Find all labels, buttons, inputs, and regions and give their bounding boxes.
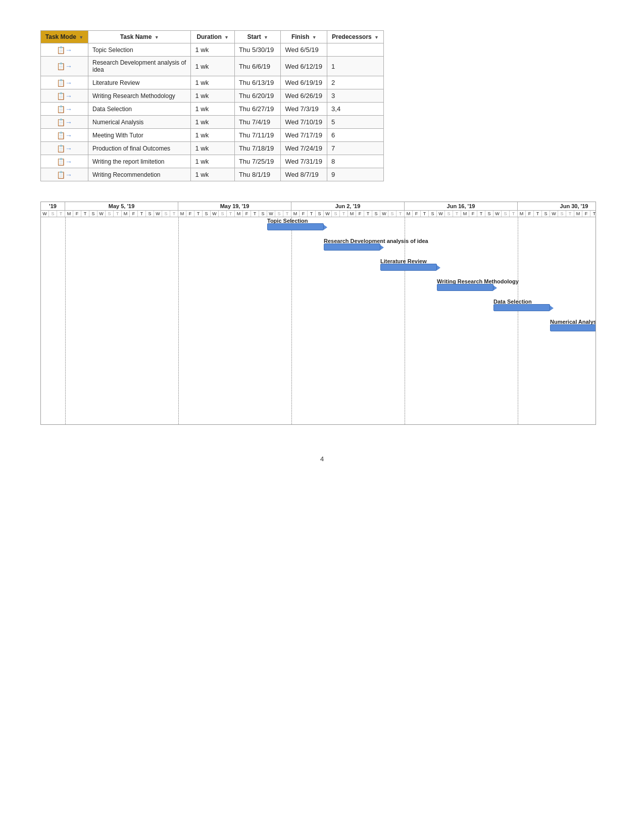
gantt-day-cell: T [421,211,429,217]
gantt-bar [380,264,437,271]
task-start-cell: Thu 6/20/19 [234,89,281,103]
task-name-cell: Numerical Analysis [88,116,190,129]
task-pred-cell: 5 [327,116,384,129]
gantt-day-cell: W [154,211,162,217]
task-name-cell: Literature Review [88,76,190,89]
gantt-day-cell: W [380,211,388,217]
task-pred-cell: 7 [327,142,384,155]
th-task-name[interactable]: Task Name ▼ [88,31,190,43]
gantt-day-cell: W [437,211,445,217]
gantt-day-cell: S [388,211,397,217]
gantt-task-row: Writing the report limitetion [41,379,596,399]
task-icon: 📋→ [57,105,72,113]
task-icon: 📋→ [57,158,72,166]
task-start-cell: Thu 7/18/19 [234,142,281,155]
task-start-cell: Thu 5/30/19 [234,43,281,57]
gantt-bar-arrow [437,265,440,270]
gantt-day-cell: T [453,211,461,217]
gantt-day-cell: S [332,211,340,217]
task-name-cell: Research Development analysis of idea [88,57,190,76]
task-name-cell: Topic Selection [88,43,190,57]
task-mode-cell: 📋→ [41,103,88,116]
task-name-cell: Writing the report limitetion [88,155,190,168]
gantt-month-cell: May 5, '19 [65,202,178,210]
task-start-cell: Thu 6/27/19 [234,103,281,116]
gantt-day-cell: T [534,211,542,217]
task-start-cell: Thu 7/25/19 [234,155,281,168]
gantt-day-cell: T [364,211,372,217]
gantt-day-cell: T [170,211,178,217]
gantt-day-cell: T [57,211,65,217]
th-finish[interactable]: Finish ▼ [281,31,327,43]
gantt-day-cell: M [178,211,186,217]
gantt-day-cell: T [308,211,316,217]
gantt-month-cell: Jun 30, '19 [518,202,596,210]
gantt-day-cell: M [461,211,469,217]
th-predecessors[interactable]: Predecessors ▼ [327,31,384,43]
th-duration-arrow: ▼ [224,35,229,40]
gantt-day-cell: W [324,211,332,217]
gantt-day-cell: S [316,211,324,217]
gantt-task-row: Writing Recommendetion [41,399,596,419]
gantt-day-cell: S [89,211,97,217]
gantt-month-cell: Jun 16, '19 [405,202,518,210]
task-duration-cell: 1 wk [191,76,234,89]
gantt-day-cell: M [291,211,300,217]
gantt-day-cell: W [41,211,49,217]
task-pred-cell: 3,4 [327,103,384,116]
gantt-day-cell: F [526,211,534,217]
task-mode-cell: 📋→ [41,168,88,181]
task-duration-cell: 1 wk [191,116,234,129]
task-mode-cell: 📋→ [41,57,88,76]
gantt-day-cell: T [251,211,259,217]
table-row: 📋→Numerical Analysis1 wkThu 7/4/19Wed 7/… [41,116,384,129]
task-name-cell: Writing Recommendetion [88,168,190,181]
task-mode-cell: 📋→ [41,129,88,142]
table-row: 📋→Topic Selection1 wkThu 5/30/19Wed 6/5/… [41,43,384,57]
table-row: 📋→Writing Recommendetion1 wkThu 8/1/19We… [41,168,384,181]
gantt-day-cell: T [397,211,405,217]
task-icon: 📋→ [57,131,72,139]
gantt-day-cell: T [283,211,291,217]
gantt-day-cell: F [186,211,194,217]
task-icon: 📋→ [57,144,72,153]
gantt-day-cell: S [485,211,493,217]
gantt-bar-arrow [324,225,327,230]
gantt-day-cell: M [574,211,582,217]
th-task-mode[interactable]: Task Mode ▼ [41,31,88,43]
task-duration-cell: 1 wk [191,103,234,116]
gantt-day-cell: M [348,211,356,217]
table-row: 📋→Meeting With Tutor1 wkThu 7/11/19Wed 7… [41,129,384,142]
table-row: 📋→Production of final Outcomes1 wkThu 7/… [41,142,384,155]
task-finish-cell: Wed 7/10/19 [281,116,327,129]
gantt-day-header: WSTMFTSWSTMFTSWSTMFTSWSTMFTSWSTMFTSWSTMF… [41,211,596,217]
gantt-day-cell: M [405,211,413,217]
gantt-task-row: Writing Research Methodology [41,278,596,298]
task-start-cell: Thu 6/13/19 [234,76,281,89]
gantt-task-row: Meeting With Tutor [41,338,596,359]
gantt-bar [493,304,550,311]
task-mode-cell: 📋→ [41,116,88,129]
gantt-day-cell: T [566,211,574,217]
task-mode-cell: 📋→ [41,43,88,57]
page-number: 4 [40,455,604,463]
task-finish-cell: Wed 6/12/19 [281,57,327,76]
task-finish-cell: Wed 7/17/19 [281,129,327,142]
task-duration-cell: 1 wk [191,57,234,76]
th-start[interactable]: Start ▼ [234,31,281,43]
task-pred-cell: 1 [327,57,384,76]
th-duration[interactable]: Duration ▼ [191,31,234,43]
task-mode-cell: 📋→ [41,142,88,155]
task-icon: 📋→ [57,46,72,54]
task-start-cell: Thu 7/11/19 [234,129,281,142]
task-finish-cell: Wed 7/24/19 [281,142,327,155]
task-name-cell: Writing Research Methodology [88,89,190,103]
task-finish-cell: Wed 8/7/19 [281,168,327,181]
task-start-cell: Thu 8/1/19 [234,168,281,181]
gantt-day-cell: M [518,211,526,217]
gantt-day-cell: F [356,211,364,217]
gantt-day-cell: F [413,211,421,217]
task-duration-cell: 1 wk [191,129,234,142]
task-icon: 📋→ [57,62,72,70]
gantt-day-cell: S [259,211,267,217]
